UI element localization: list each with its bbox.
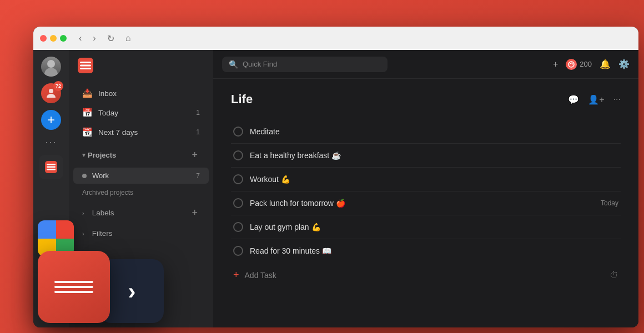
svg-rect-3: [47, 167, 56, 168]
task-item[interactable]: Eat a healthy breakfast ☕: [231, 144, 621, 168]
task-text: Eat a healthy breakfast ☕: [250, 151, 618, 160]
add-button[interactable]: +: [41, 110, 61, 130]
notifications-button[interactable]: 🔔: [600, 59, 611, 69]
task-checkbox[interactable]: [233, 174, 243, 184]
back-button[interactable]: ‹: [76, 31, 85, 46]
projects-label: Projects: [88, 151, 189, 159]
task-text: Workout 💪: [250, 175, 618, 184]
labels-chevron-icon: ›: [82, 210, 84, 216]
add-task-label: Add Task: [245, 271, 276, 280]
add-task-topbar-button[interactable]: +: [553, 59, 558, 69]
settings-button[interactable]: ⚙️: [618, 59, 630, 69]
minimize-button[interactable]: [50, 35, 57, 42]
sidebar-header: [69, 50, 213, 81]
add-task-icon: +: [233, 269, 239, 281]
home-button[interactable]: ⌂: [122, 31, 134, 46]
user-avatar-1[interactable]: [41, 57, 61, 77]
karma-score: 200: [580, 60, 592, 68]
karma-badge[interactable]: 200: [566, 59, 592, 70]
sidebar-item-filters[interactable]: › Filters: [73, 225, 209, 242]
more-options-button[interactable]: ···: [613, 94, 621, 104]
inbox-label: Inbox: [98, 89, 200, 98]
search-placeholder: Quick Find: [243, 60, 277, 68]
svg-rect-6: [80, 62, 91, 63]
sidebar-item-next7[interactable]: 📆 Next 7 days 1: [73, 123, 209, 142]
task-checkbox[interactable]: [233, 246, 243, 256]
filters-chevron-icon: ›: [82, 230, 84, 237]
history-icon[interactable]: ⏱: [610, 270, 618, 280]
add-task-row[interactable]: + Add Task ⏱: [231, 263, 621, 287]
more-dots[interactable]: ···: [45, 137, 57, 148]
topbar: 🔍 Quick Find +: [213, 50, 638, 79]
project-item-work[interactable]: Work 7: [73, 168, 209, 184]
task-list: Meditate Eat a healthy breakfast ☕ Worko…: [231, 120, 621, 263]
content-area: 🔍 Quick Find +: [213, 50, 638, 327]
project-name: Work: [92, 171, 190, 180]
next7-label: Next 7 days: [98, 128, 190, 137]
search-icon: 🔍: [229, 60, 238, 69]
search-bar[interactable]: 🔍 Quick Find: [222, 57, 388, 72]
user-avatar-2[interactable]: 72: [41, 83, 61, 103]
comment-button[interactable]: 💬: [568, 94, 579, 105]
projects-section-header[interactable]: ▾ Projects +: [73, 144, 209, 167]
archived-projects-link[interactable]: Archived projects: [69, 184, 213, 201]
filters-label: Filters: [92, 229, 200, 238]
task-checkbox[interactable]: [233, 127, 243, 137]
add-member-button[interactable]: 👤+: [588, 94, 604, 105]
sidebar-item-labels[interactable]: › Labels +: [73, 201, 209, 224]
close-button[interactable]: [40, 35, 47, 42]
project-actions: 💬 👤+ ···: [568, 94, 621, 105]
task-checkbox[interactable]: [233, 198, 243, 208]
labels-add-button[interactable]: +: [189, 206, 200, 220]
overlay-apps: ›: [38, 251, 164, 323]
task-item[interactable]: Read for 30 minutes 📖: [231, 239, 621, 263]
forward-button[interactable]: ›: [89, 31, 99, 46]
task-text: Lay out gym plan 💪: [250, 223, 618, 231]
today-label: Today: [98, 109, 190, 117]
task-item[interactable]: Meditate: [231, 120, 621, 144]
topbar-actions: + 200 🔔 ⚙️: [553, 59, 630, 70]
titlebar: ‹ › ↻ ⌂: [33, 27, 638, 50]
projects-chevron-icon: ▾: [82, 152, 85, 159]
project-content: Life 💬 👤+ ··· Meditate Eat a healthy bre…: [213, 79, 638, 327]
traffic-lights: [40, 35, 67, 42]
project-count: 7: [196, 172, 200, 180]
dock-app-todoist[interactable]: [39, 155, 63, 179]
inbox-icon: 📥: [82, 88, 93, 98]
svg-rect-2: [47, 164, 56, 165]
task-checkbox[interactable]: [233, 150, 243, 160]
svg-point-0: [49, 89, 53, 93]
labels-label: Labels: [92, 209, 184, 217]
refresh-button[interactable]: ↻: [104, 31, 118, 46]
svg-rect-7: [80, 65, 91, 67]
svg-rect-4: [47, 169, 56, 170]
maximize-button[interactable]: [60, 35, 67, 42]
project-dot: [82, 174, 87, 178]
project-title-row: Life 💬 👤+ ···: [231, 92, 621, 107]
projects-add-button[interactable]: +: [189, 148, 200, 162]
svg-rect-8: [80, 68, 91, 69]
today-icon: 📅: [82, 108, 93, 118]
task-checkbox[interactable]: [233, 222, 243, 232]
task-item[interactable]: Lay out gym plan 💪: [231, 215, 621, 239]
today-count: 1: [196, 109, 200, 117]
sidebar-item-inbox[interactable]: 📥 Inbox: [73, 84, 209, 103]
task-item[interactable]: Workout 💪: [231, 168, 621, 191]
task-text: Read for 30 minutes 📖: [250, 246, 618, 255]
sidebar-item-today[interactable]: 📅 Today 1: [73, 103, 209, 122]
task-text: Pack lunch for tomorrow 🍎: [250, 199, 594, 208]
next7-count: 1: [196, 128, 200, 136]
project-title: Life: [231, 92, 568, 107]
karma-icon: [566, 59, 577, 70]
task-date: Today: [601, 199, 618, 207]
task-item[interactable]: Pack lunch for tomorrow 🍎 Today: [231, 191, 621, 215]
todoist-app-icon[interactable]: [38, 251, 110, 323]
task-text: Meditate: [250, 127, 618, 136]
next7-icon: 📆: [82, 127, 93, 137]
todoist-logo-icon: [78, 58, 93, 73]
